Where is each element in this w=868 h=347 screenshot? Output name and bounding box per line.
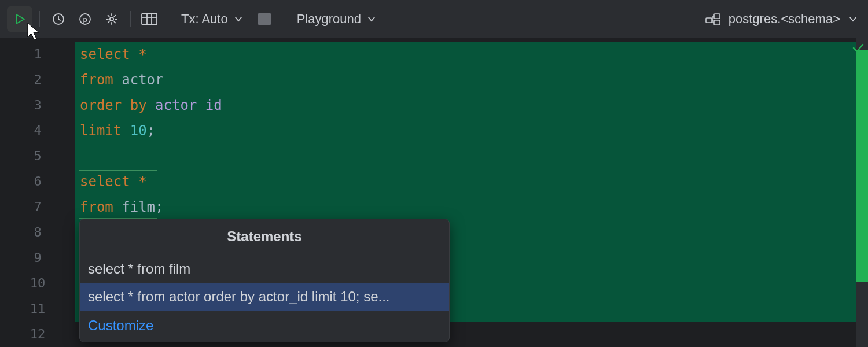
- line-number: 5: [0, 143, 75, 169]
- code-line: select *: [75, 169, 147, 194]
- svg-rect-4: [142, 13, 157, 25]
- datasource-icon: [705, 13, 720, 25]
- svg-rect-9: [714, 14, 720, 19]
- line-number: 1: [0, 42, 75, 67]
- statements-popup: Statements select * from film select * f…: [79, 219, 450, 342]
- separator: [168, 11, 168, 27]
- play-icon: [13, 12, 27, 26]
- code-line: from actor: [75, 67, 164, 93]
- line-number: 7: [0, 194, 75, 220]
- connection-dropdown[interactable]: postgres.<schema>: [705, 12, 861, 27]
- line-number: 9: [0, 245, 75, 271]
- result-view-button[interactable]: [138, 8, 161, 31]
- connection-label: postgres.<schema>: [729, 12, 840, 27]
- svg-rect-8: [706, 18, 712, 23]
- chevron-down-icon: [367, 14, 376, 24]
- separator: [39, 11, 40, 27]
- separator: [130, 11, 131, 27]
- svg-point-3: [110, 17, 113, 20]
- gear-icon: [105, 12, 119, 26]
- separator: [284, 11, 284, 27]
- overview-ruler: [856, 38, 868, 347]
- line-number: 11: [0, 296, 75, 322]
- gutter: 1 2 3 4 5 6 7 8 9 10 11 12: [0, 38, 75, 347]
- code-line: from film;: [75, 194, 164, 220]
- run-button[interactable]: [7, 6, 32, 32]
- stop-button[interactable]: [258, 13, 271, 25]
- settings-button[interactable]: [100, 8, 123, 31]
- tx-mode-label: Tx: Auto: [181, 12, 228, 27]
- session-dropdown[interactable]: Playground: [291, 12, 382, 27]
- tx-mode-dropdown[interactable]: Tx: Auto: [175, 12, 249, 27]
- popup-title: Statements: [80, 219, 449, 255]
- line-number: 8: [0, 220, 75, 245]
- ruler-marker: [856, 50, 868, 282]
- popup-item[interactable]: select * from film: [80, 255, 449, 283]
- line-number: 4: [0, 118, 75, 143]
- p-icon: p: [78, 12, 92, 26]
- selection-highlight: [451, 42, 856, 322]
- explain-plan-button[interactable]: p: [73, 8, 97, 31]
- code-line: select *: [75, 42, 147, 67]
- toolbar: p Tx: Auto Playground postgres.<schema>: [0, 0, 868, 38]
- line-number: 6: [0, 169, 75, 194]
- line-number: 12: [0, 322, 75, 347]
- chevron-down-icon: [234, 14, 243, 24]
- line-number: 10: [0, 271, 75, 296]
- code-line: limit 10;: [75, 118, 155, 143]
- session-label: Playground: [297, 12, 361, 27]
- svg-text:p: p: [83, 15, 87, 24]
- svg-rect-10: [714, 20, 720, 25]
- popup-item[interactable]: select * from actor order by actor_id li…: [80, 283, 449, 311]
- history-button[interactable]: [47, 8, 70, 31]
- check-icon: [852, 42, 865, 58]
- chevron-down-icon: [848, 14, 858, 24]
- table-icon: [141, 13, 157, 25]
- line-number: 3: [0, 93, 75, 118]
- line-number: 2: [0, 67, 75, 93]
- popup-customize-link[interactable]: Customize: [80, 311, 449, 342]
- clock-icon: [52, 12, 65, 26]
- code-line: order by actor_id: [75, 93, 222, 118]
